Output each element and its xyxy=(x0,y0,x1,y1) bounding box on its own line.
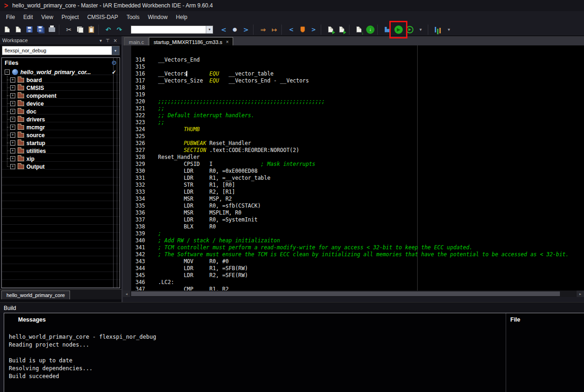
menu-item-file[interactable]: File xyxy=(2,12,19,22)
tree-group-device[interactable]: +device xyxy=(7,100,120,107)
collapse-box-icon[interactable]: − xyxy=(5,70,10,75)
toolbar-search-value[interactable] xyxy=(131,26,206,33)
redo-icon[interactable]: ↷ xyxy=(114,25,125,35)
copy-icon-glyph xyxy=(77,26,83,33)
code-view[interactable]: 314__Vectors_End315316__Vectors EQU __ve… xyxy=(123,45,584,291)
download-icon[interactable]: ↓ xyxy=(354,25,364,35)
open-file-icon-glyph xyxy=(16,26,21,32)
config-selector-value[interactable]: flexspi_nor_debug xyxy=(2,46,112,55)
tree-group-doc[interactable]: +doc xyxy=(7,107,120,115)
search-dropdown-icon[interactable]: ▾ xyxy=(206,26,213,33)
goto-source-icon[interactable]: ⇒ xyxy=(258,25,268,35)
menu-item-tools[interactable]: Tools xyxy=(122,12,144,22)
tree-group-utilities[interactable]: +utilities xyxy=(7,147,120,155)
expand-box-icon[interactable]: + xyxy=(10,148,15,153)
expand-box-icon[interactable]: + xyxy=(10,140,15,145)
save-icon[interactable] xyxy=(24,25,35,35)
menu-item-cmsis-dap[interactable]: CMSIS-DAP xyxy=(83,12,122,22)
tree-group-component[interactable]: +component xyxy=(7,92,120,100)
debug-without-downloading-button[interactable]: ▶ xyxy=(404,25,415,35)
menu-item-edit[interactable]: Edit xyxy=(19,12,37,22)
new-file-icon[interactable] xyxy=(2,25,13,35)
expand-box-icon[interactable]: + xyxy=(10,156,15,161)
menu-item-help[interactable]: Help xyxy=(172,12,192,22)
next-bookmark-icon[interactable]: > xyxy=(308,25,319,35)
group-label: component xyxy=(26,93,57,99)
menu-item-window[interactable]: Window xyxy=(144,12,172,22)
close-tab-icon[interactable]: × xyxy=(226,39,229,44)
scroll-right-arrow-icon[interactable]: ▸ xyxy=(577,291,584,297)
line-text: THUMB xyxy=(158,126,200,133)
erase-make-icon[interactable] xyxy=(382,25,393,35)
build-message: Resolving dependencies... xyxy=(9,365,584,373)
scrollbar-track[interactable] xyxy=(130,291,577,297)
expand-box-icon[interactable]: + xyxy=(10,125,15,130)
close-icon[interactable]: × xyxy=(112,38,119,43)
code-line: 347 CMP R1, R2 xyxy=(123,286,584,291)
cstat-dropdown-icon[interactable]: ▾ xyxy=(444,25,454,35)
pin-icon[interactable]: ⊥ xyxy=(104,38,112,43)
cut-icon[interactable]: ✂ xyxy=(63,25,74,35)
config-selector[interactable]: flexspi_nor_debug ▾ xyxy=(2,46,120,55)
cstat-analysis-icon[interactable] xyxy=(432,25,443,35)
search-combo[interactable]: ▾ xyxy=(131,25,213,34)
editor-tab-startup-mimxrt1186-cm33-s[interactable]: startup_MIMXRT1186_cm33.s× xyxy=(149,37,233,45)
copy-icon[interactable] xyxy=(75,25,85,35)
download-and-debug-button[interactable]: ▶ xyxy=(393,25,404,35)
expand-box-icon[interactable]: + xyxy=(10,85,15,90)
undo-icon[interactable]: ↶ xyxy=(103,25,114,35)
nav-forward-icon[interactable]: > xyxy=(241,25,251,35)
toolbar-separator xyxy=(253,25,256,35)
prev-bookmark-icon-glyph: < xyxy=(289,27,293,32)
line-number: 339 xyxy=(123,230,149,237)
toggle-bookmark-icon[interactable] xyxy=(297,25,308,35)
group-label: board xyxy=(26,77,42,83)
gear-icon[interactable]: ⚙ xyxy=(111,59,117,66)
download-active-icon[interactable]: ↓ xyxy=(365,25,375,35)
scroll-left-arrow-icon[interactable]: ◂ xyxy=(123,291,130,297)
tree-group-source[interactable]: +source xyxy=(7,131,120,139)
expand-box-icon[interactable]: + xyxy=(10,101,15,106)
expand-box-icon[interactable]: + xyxy=(10,117,15,122)
nav-back-icon[interactable]: < xyxy=(218,25,229,35)
tree-group-xip[interactable]: +xip xyxy=(7,155,120,163)
tree-project-root[interactable]: −hello_world_primary_cor...✓ xyxy=(2,68,120,76)
compile-icon[interactable] xyxy=(325,25,336,35)
tree-group-board[interactable]: +board xyxy=(7,76,120,84)
build-message: hello_world_primary_core - flexspi_nor_d… xyxy=(9,334,584,341)
print-icon[interactable] xyxy=(46,25,57,35)
line-number: 326 xyxy=(123,140,149,147)
menu-item-project[interactable]: Project xyxy=(57,12,83,22)
expand-box-icon[interactable]: + xyxy=(10,133,15,138)
group-label: drivers xyxy=(26,116,45,123)
browse-symbol-icon[interactable]: ● xyxy=(229,25,240,35)
panel-menu-icon[interactable]: ▾ xyxy=(98,38,104,43)
scrollbar-thumb[interactable] xyxy=(131,291,560,296)
paste-icon[interactable] xyxy=(86,25,96,35)
debug-dropdown-icon[interactable]: ▾ xyxy=(415,25,426,35)
tree-group-output[interactable]: +Output xyxy=(7,163,120,171)
new-file-icon-glyph xyxy=(5,26,10,32)
make-icon[interactable] xyxy=(336,25,347,35)
menu-item-view[interactable]: View xyxy=(37,12,57,22)
column-divider[interactable] xyxy=(506,313,506,392)
editor-tab-main-c[interactable]: main.c xyxy=(124,37,148,45)
build-pane-tab[interactable]: Build xyxy=(0,302,584,313)
tree-group-mcmgr[interactable]: +mcmgr xyxy=(7,123,120,131)
expand-box-icon[interactable]: + xyxy=(10,164,15,169)
expand-box-icon[interactable]: + xyxy=(10,109,15,114)
tree-group-cmsis[interactable]: +CMSIS xyxy=(7,84,120,92)
config-dropdown-icon[interactable]: ▾ xyxy=(112,46,119,55)
code-line: 346.LC2: xyxy=(123,279,584,286)
open-file-icon[interactable] xyxy=(13,25,24,35)
tree-group-startup[interactable]: +startup xyxy=(7,139,120,147)
tree-group-drivers[interactable]: +drivers xyxy=(7,115,120,123)
horizontal-scrollbar[interactable]: ◂ ▸ xyxy=(123,291,584,297)
expand-box-icon[interactable]: + xyxy=(10,93,15,98)
workspace-tab[interactable]: hello_world_primary_core xyxy=(1,291,70,299)
main-area: Workspace ▾ ⊥ × flexspi_nor_debug ▾ File… xyxy=(0,36,584,302)
save-all-icon[interactable] xyxy=(35,25,46,35)
prev-bookmark-icon[interactable]: < xyxy=(286,25,297,35)
expand-box-icon[interactable]: + xyxy=(10,77,15,82)
toggle-header-source-icon[interactable]: ↦ xyxy=(269,25,279,35)
